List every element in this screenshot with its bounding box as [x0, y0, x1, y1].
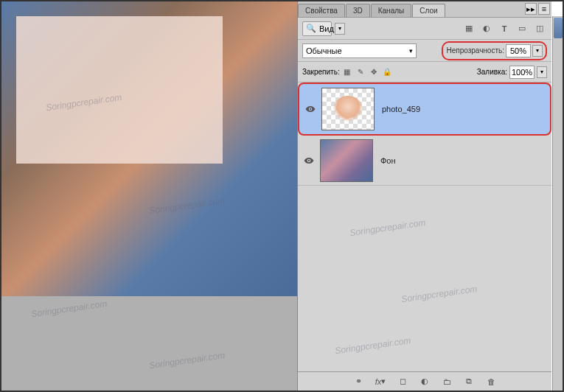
tab-properties[interactable]: Свойства — [298, 4, 345, 17]
filter-kind-arrow[interactable]: ▾ — [335, 23, 345, 35]
filter-adjustment-icon[interactable]: ◐ — [479, 22, 494, 35]
fill-arrow[interactable]: ▾ — [537, 66, 547, 78]
opacity-label: Непрозрачность: — [446, 46, 504, 55]
delete-layer-icon[interactable]: 🗑 — [485, 376, 497, 388]
layers-bottom-bar: ⚭ fx▾ ◻ ◐ 🗀 ⧉ 🗑 — [298, 371, 551, 391]
blend-mode-select[interactable]: Обычные ▾ — [302, 43, 417, 58]
opacity-arrow[interactable]: ▾ — [532, 45, 543, 57]
eye-icon — [305, 104, 316, 114]
dock-panel-icon[interactable] — [554, 18, 563, 38]
new-layer-icon[interactable]: ⧉ — [463, 376, 475, 388]
layer-thumbnail[interactable] — [321, 88, 375, 130]
layer-visibility-toggle[interactable] — [302, 154, 316, 167]
filter-shape-icon[interactable]: ▭ — [515, 22, 529, 35]
panel-collapse-icon[interactable]: ▸▸ — [525, 3, 537, 15]
collapsed-panel-dock[interactable] — [552, 16, 563, 391]
chevron-down-icon: ▾ — [409, 47, 413, 55]
lock-transparency-icon[interactable]: ▦ — [341, 66, 353, 78]
fx-icon[interactable]: fx▾ — [375, 376, 386, 388]
canvas-overlay-layer — [16, 16, 223, 164]
filter-type-icon[interactable]: T — [497, 22, 512, 35]
lock-all-icon[interactable]: 🔒 — [381, 66, 393, 78]
new-adjustment-icon[interactable]: ◐ — [419, 376, 431, 388]
tab-3d[interactable]: 3D — [346, 4, 370, 17]
lock-pixels-icon[interactable]: ✎ — [355, 66, 366, 78]
tab-channels[interactable]: Каналы — [371, 4, 412, 17]
opacity-input[interactable]: 50% — [506, 44, 531, 57]
canvas-area[interactable]: Soringpcrepair.com Soringpcrepair.com So… — [1, 1, 300, 391]
canvas-background-image — [1, 1, 300, 296]
lock-row: Закрепить: ▦ ✎ ✥ 🔒 Заливка: 100% ▾ — [298, 62, 551, 83]
new-group-icon[interactable]: 🗀 — [441, 376, 453, 388]
canvas-pasteboard — [1, 296, 300, 391]
blend-mode-value: Обычные — [306, 46, 342, 55]
layer-name[interactable]: Фон — [380, 156, 547, 165]
filter-pixel-icon[interactable]: ▦ — [462, 22, 476, 35]
opacity-highlight: Непрозрачность: 50% ▾ — [442, 41, 547, 60]
tab-layers[interactable]: Слои — [412, 4, 445, 17]
layer-thumbnail[interactable] — [320, 139, 373, 182]
lock-label: Закрепить: — [302, 68, 340, 76]
blend-row: Обычные ▾ Непрозрачность: 50% ▾ — [298, 40, 551, 62]
layers-list: photo_459 Фон — [298, 83, 551, 340]
filter-smart-icon[interactable]: ◫ — [532, 22, 547, 35]
panel-tabs: Свойства 3D Каналы Слои ▸▸ ≡ — [298, 1, 551, 18]
fill-input[interactable]: 100% — [509, 66, 535, 79]
eye-icon — [304, 155, 314, 166]
layer-visibility-toggle[interactable] — [304, 102, 317, 116]
layer-row[interactable]: Фон — [298, 136, 551, 186]
link-layers-icon[interactable]: ⚭ — [352, 376, 364, 388]
filter-row: 🔍 Вид ▾ ▦ ◐ T ▭ ◫ — [298, 18, 551, 40]
panel-menu-icon[interactable]: ≡ — [538, 3, 550, 15]
lock-position-icon[interactable]: ✥ — [368, 66, 380, 78]
filter-kind-label: Вид — [319, 24, 334, 33]
add-mask-icon[interactable]: ◻ — [397, 376, 408, 388]
layer-name[interactable]: photo_459 — [382, 105, 546, 113]
layer-row[interactable]: photo_459 — [298, 83, 551, 136]
filter-kind-dropdown[interactable]: 🔍 Вид — [302, 21, 332, 36]
layers-panel: Свойства 3D Каналы Слои ▸▸ ≡ 🔍 Вид ▾ ▦ ◐… — [297, 1, 551, 391]
fill-label: Заливка: — [477, 68, 507, 76]
